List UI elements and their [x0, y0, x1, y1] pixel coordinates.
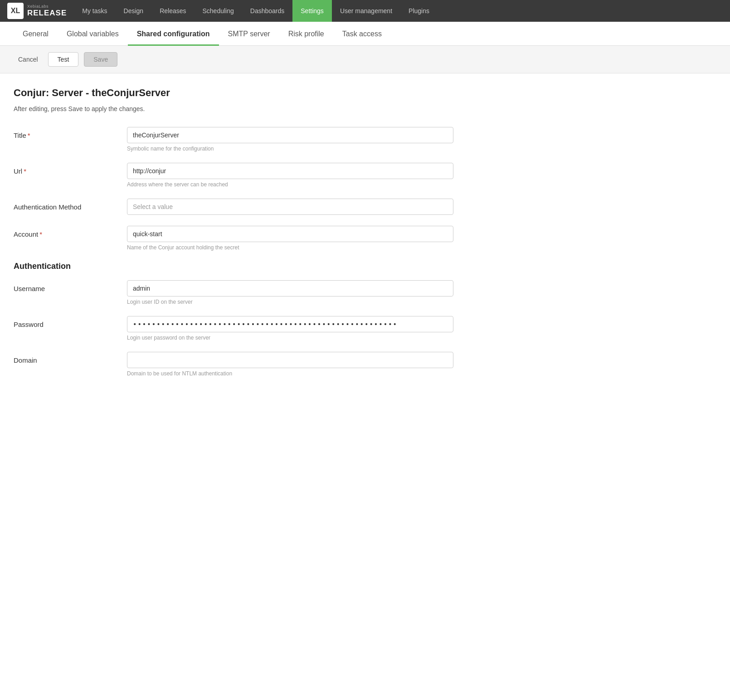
nav-design[interactable]: Design [116, 0, 152, 22]
domain-hint: Domain to be used for NTLM authenticatio… [127, 370, 453, 377]
tab-smtp-server[interactable]: SMTP server [219, 22, 279, 46]
domain-input[interactable] [127, 352, 453, 368]
nav-user-management[interactable]: User management [332, 0, 400, 22]
auth-method-label: Authentication Method [14, 199, 127, 211]
account-row: Account* Name of the Conjur account hold… [14, 226, 485, 251]
username-field: Login user ID on the server [127, 280, 453, 305]
title-row: Title* Symbolic name for the configurati… [14, 127, 485, 152]
logo-text: XebiaLabs RELEASE [27, 5, 67, 18]
tab-global-variables[interactable]: Global variables [58, 22, 128, 46]
title-field: Symbolic name for the configuration [127, 127, 453, 152]
top-navigation: XL XebiaLabs RELEASE My tasks Design Rel… [0, 0, 730, 22]
url-field: Address where the server can be reached [127, 163, 453, 188]
account-required: * [39, 230, 42, 238]
title-input[interactable] [127, 127, 453, 143]
title-required: * [28, 131, 30, 139]
nav-scheduling[interactable]: Scheduling [195, 0, 242, 22]
title-hint: Symbolic name for the configuration [127, 146, 453, 152]
username-row: Username Login user ID on the server [14, 280, 485, 305]
username-hint: Login user ID on the server [127, 299, 453, 305]
brand-main: RELEASE [27, 9, 67, 18]
main-content: Conjur: Server - theConjurServer After e… [0, 73, 499, 401]
nav-plugins[interactable]: Plugins [400, 0, 438, 22]
test-button[interactable]: Test [48, 52, 79, 67]
account-input[interactable] [127, 226, 453, 242]
tab-task-access[interactable]: Task access [333, 22, 391, 46]
username-label: Username [14, 280, 127, 292]
password-input[interactable] [127, 316, 453, 332]
url-row: Url* Address where the server can be rea… [14, 163, 485, 188]
title-label: Title* [14, 127, 127, 139]
settings-tabs: General Global variables Shared configur… [0, 22, 730, 46]
username-input[interactable] [127, 280, 453, 297]
nav-releases[interactable]: Releases [151, 0, 194, 22]
logo-area: XL XebiaLabs RELEASE [0, 0, 74, 22]
account-hint: Name of the Conjur account holding the s… [127, 244, 453, 251]
authentication-heading: Authentication [14, 262, 485, 271]
url-hint: Address where the server can be reached [127, 181, 453, 188]
cancel-button[interactable]: Cancel [14, 53, 43, 66]
tab-general[interactable]: General [14, 22, 58, 46]
domain-label: Domain [14, 352, 127, 364]
nav-dashboards[interactable]: Dashboards [242, 0, 293, 22]
password-row: Password Login user password on the serv… [14, 316, 485, 341]
logo-icon: XL [7, 3, 24, 19]
tab-risk-profile[interactable]: Risk profile [279, 22, 333, 46]
auth-method-field: Select a value [127, 199, 453, 215]
account-field: Name of the Conjur account holding the s… [127, 226, 453, 251]
action-bar: Cancel Test Save [0, 46, 730, 73]
password-field: Login user password on the server [127, 316, 453, 341]
password-label: Password [14, 316, 127, 328]
account-label: Account* [14, 226, 127, 238]
password-hint: Login user password on the server [127, 335, 453, 341]
nav-my-tasks[interactable]: My tasks [74, 0, 115, 22]
domain-field: Domain to be used for NTLM authenticatio… [127, 352, 453, 377]
url-label: Url* [14, 163, 127, 175]
nav-settings[interactable]: Settings [292, 0, 332, 22]
url-required: * [24, 167, 26, 175]
tab-shared-configuration[interactable]: Shared configuration [128, 22, 219, 46]
auth-method-select[interactable]: Select a value [127, 199, 453, 215]
nav-items: My tasks Design Releases Scheduling Dash… [74, 0, 438, 22]
page-title: Conjur: Server - theConjurServer [14, 87, 485, 99]
auth-method-row: Authentication Method Select a value [14, 199, 485, 215]
page-description: After editing, press Save to apply the c… [14, 105, 485, 112]
domain-row: Domain Domain to be used for NTLM authen… [14, 352, 485, 377]
save-button[interactable]: Save [84, 52, 117, 67]
url-input[interactable] [127, 163, 453, 179]
